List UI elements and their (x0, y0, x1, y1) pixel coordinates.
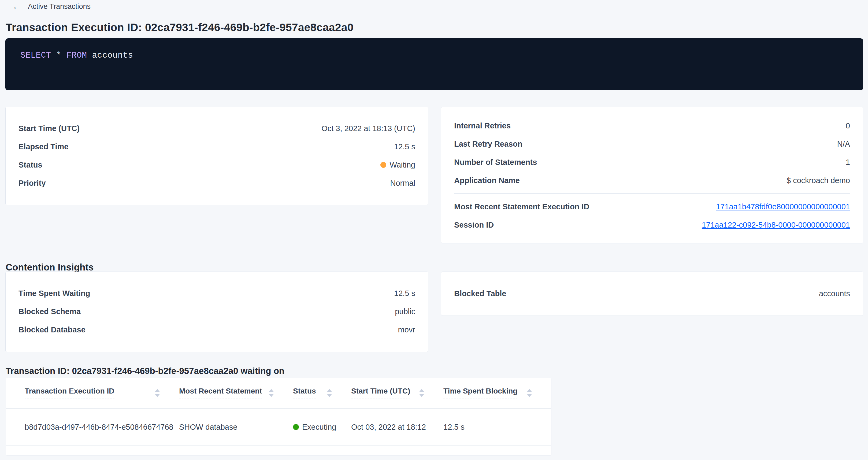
blocked-table-row: Blocked Table accounts (454, 285, 850, 303)
stmt-exec-id-link[interactable]: 171aa1b478fdf0e80000000000000001 (716, 203, 850, 211)
last-retry-reason-label: Last Retry Reason (454, 140, 523, 149)
elapsed-time-value: 12.5 s (394, 142, 415, 151)
breadcrumb-label: Active Transactions (28, 2, 91, 11)
blocked-database-value: movr (398, 326, 415, 334)
start-time-row: Start Time (UTC) Oct 3, 2022 at 18:13 (U… (19, 119, 415, 137)
column-label: Transaction Execution ID (25, 387, 115, 399)
number-of-statements-label: Number of Statements (454, 158, 537, 167)
summary-card-right: Internal Retries 0 Last Retry Reason N/A… (441, 107, 863, 243)
blocked-table-value: accounts (819, 289, 850, 298)
status-waiting-dot (380, 162, 386, 168)
sql-statement-box: SELECT * FROM accounts (5, 38, 863, 90)
status-row: Status Waiting (19, 156, 415, 174)
application-name-row: Application Name $ cockroach demo (454, 171, 850, 189)
status-executing-dot (293, 424, 299, 430)
page-title: Transaction Execution ID: 02ca7931-f246-… (6, 21, 353, 34)
last-retry-reason-row: Last Retry Reason N/A (454, 135, 850, 153)
sort-icon (526, 389, 532, 397)
breadcrumb-back-link[interactable]: ← Active Transactions (12, 2, 91, 11)
column-label: Time Spent Blocking (443, 387, 517, 399)
sql-keyword-select: SELECT (20, 51, 51, 60)
sort-icon (327, 389, 332, 397)
stmt-exec-id-row: Most Recent Statement Execution ID 171aa… (454, 197, 850, 216)
sql-identifier: accounts (87, 51, 133, 60)
contention-insights-heading: Contention Insights (6, 262, 94, 273)
session-id-link[interactable]: 171aa122-c092-54b8-0000-000000000001 (702, 221, 850, 229)
blocked-table-label: Blocked Table (454, 289, 506, 298)
cell-most-recent-statement: SHOW database (179, 423, 293, 432)
sort-icon (419, 389, 425, 397)
back-arrow-icon: ← (12, 2, 21, 11)
priority-label: Priority (19, 179, 46, 188)
internal-retries-value: 0 (846, 121, 850, 130)
application-name-label: Application Name (454, 176, 520, 185)
priority-row: Priority Normal (19, 174, 415, 192)
table-header-row: Transaction Execution ID Most Recent Sta… (6, 378, 551, 408)
waiting-on-table: Transaction Execution ID Most Recent Sta… (6, 378, 551, 456)
column-header-transaction-execution-id[interactable]: Transaction Execution ID (25, 387, 179, 399)
sql-statement-text: SELECT * FROM accounts (20, 51, 133, 60)
blocked-database-label: Blocked Database (19, 326, 86, 334)
cell-transaction-execution-id: b8d7d03a-d497-446b-8474-e50846674768 (25, 423, 179, 432)
card-divider (454, 193, 850, 194)
sql-keyword-from: FROM (66, 51, 87, 60)
stmt-exec-id-label: Most Recent Statement Execution ID (454, 203, 589, 211)
cell-status: Executing (293, 423, 351, 432)
priority-value: Normal (390, 179, 415, 188)
start-time-label: Start Time (UTC) (19, 124, 80, 133)
blocked-schema-value: public (395, 307, 415, 316)
elapsed-time-row: Elapsed Time 12.5 s (19, 137, 415, 156)
summary-card-left: Start Time (UTC) Oct 3, 2022 at 18:13 (U… (5, 107, 428, 205)
internal-retries-row: Internal Retries 0 (454, 117, 850, 135)
elapsed-time-label: Elapsed Time (19, 142, 68, 151)
number-of-statements-row: Number of Statements 1 (454, 153, 850, 171)
waiting-on-heading: Transaction ID: 02ca7931-f246-469b-b2fe-… (6, 366, 284, 376)
blocked-database-row: Blocked Database movr (19, 320, 415, 339)
internal-retries-label: Internal Retries (454, 121, 511, 130)
column-label: Status (293, 387, 316, 399)
application-name-value: $ cockroach demo (786, 176, 850, 185)
column-label: Most Recent Statement (179, 387, 262, 399)
status-value: Waiting (390, 160, 415, 170)
contention-card-right: Blocked Table accounts (441, 272, 863, 316)
status-executing-text: Executing (302, 423, 336, 432)
last-retry-reason-value: N/A (837, 140, 850, 149)
time-spent-waiting-row: Time Spent Waiting 12.5 s (19, 284, 415, 302)
table-row: b8d7d03a-d497-446b-8474-e50846674768 SHO… (6, 408, 551, 446)
blocked-schema-row: Blocked Schema public (19, 302, 415, 320)
column-header-time-spent-blocking[interactable]: Time Spent Blocking (443, 387, 551, 399)
cell-time-spent-blocking: 12.5 s (443, 423, 551, 432)
column-header-most-recent-statement[interactable]: Most Recent Statement (179, 387, 293, 399)
contention-card-left: Time Spent Waiting 12.5 s Blocked Schema… (5, 272, 428, 352)
session-id-label: Session ID (454, 221, 494, 229)
sort-icon (154, 389, 160, 397)
sort-icon (268, 389, 274, 397)
time-spent-waiting-label: Time Spent Waiting (19, 289, 90, 298)
column-header-status[interactable]: Status (293, 387, 351, 399)
number-of-statements-value: 1 (846, 158, 850, 167)
time-spent-waiting-value: 12.5 s (394, 289, 415, 298)
start-time-value: Oct 3, 2022 at 18:13 (UTC) (321, 124, 415, 133)
sql-star: * (51, 51, 66, 60)
column-label: Start Time (UTC) (351, 387, 410, 399)
cell-start-time: Oct 03, 2022 at 18:12 (351, 423, 443, 432)
session-id-row: Session ID 171aa122-c092-54b8-0000-00000… (454, 216, 850, 234)
column-header-start-time[interactable]: Start Time (UTC) (351, 387, 443, 399)
status-label: Status (19, 160, 42, 170)
blocked-schema-label: Blocked Schema (19, 307, 81, 316)
